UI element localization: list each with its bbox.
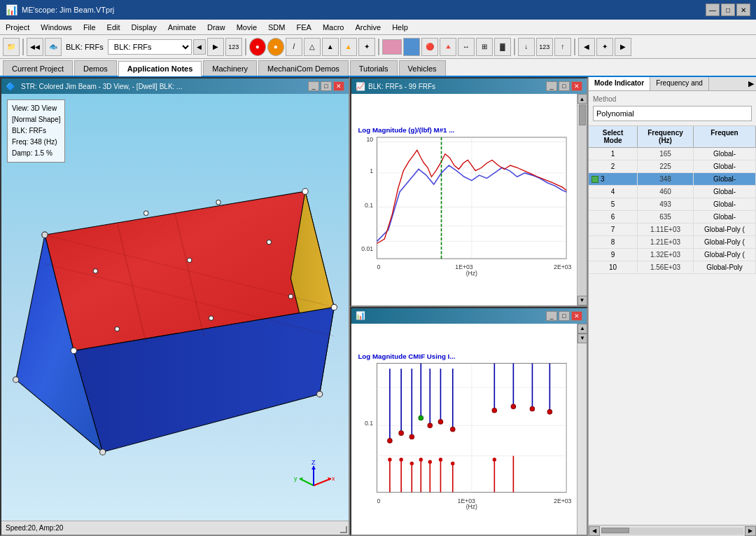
mode-scroll-thumb[interactable] [601,528,629,533]
mode-scroll-left[interactable]: ◀ [589,526,600,536]
toolbar-grid-button[interactable]: ⊞ [476,38,493,56]
tab-current-project[interactable]: Current Project [3,60,73,76]
dropdown-arrow[interactable]: ◀ [193,39,206,55]
mode-th-frequency: Frequency(Hz) [638,126,694,147]
menu-item-draw[interactable]: Draw [202,20,231,34]
mode-row-5[interactable]: 5 493 Global- [589,198,756,211]
close-button[interactable]: ✕ [736,4,750,16]
toolbar-fish-button[interactable]: 🐟 [45,38,62,56]
menu-item-help[interactable]: Help [386,20,414,34]
toolbar-anim2-button[interactable]: 🔴 [421,38,438,56]
toolbar-pink-button[interactable] [382,39,402,55]
str-panel-maximize[interactable]: □ [321,81,332,91]
toolbar-play-button[interactable]: ▶ [207,38,224,56]
toolbar-orange-button[interactable]: ● [267,38,284,56]
mode-tab-frequency[interactable]: Frequency and [650,77,709,90]
mode-row-7[interactable]: 7 1.11E+03 Global-Poly ( [589,224,756,236]
svg-point-10 [93,269,97,273]
toolbar-triangle2-button[interactable]: ▲ [322,38,339,56]
mode-tab-arrow[interactable]: ▶ [746,77,756,90]
main-area: 🔷 STR: Colored Jim Beam - 3D View, - [Dw… [0,77,756,536]
menu-item-sdm[interactable]: SDM [262,20,290,34]
toolbar-label: BLK: FRFs [66,43,104,51]
toolbar-animate-button[interactable]: ✦ [358,38,375,56]
blk-dropdown[interactable]: BLK: FRFs [108,39,192,55]
menu-item-windows[interactable]: Windows [35,20,78,34]
menu-item-animate[interactable]: Animate [162,20,202,34]
mode-method-6: Global- [694,211,756,223]
menu-item-edit[interactable]: Edit [102,20,126,34]
svg-point-62 [399,430,403,434]
str-panel-minimize[interactable]: _ [308,81,319,91]
toolbar-open-button[interactable]: 📁 [3,38,20,56]
frf-scroll-down[interactable]: ▼ [578,296,587,305]
menu-item-display[interactable]: Display [126,20,162,34]
frf-panel-maximize[interactable]: □ [559,81,570,91]
frf-panel-close[interactable]: ✕ [571,81,582,91]
cmif-panel-titlebar: 📊 _ □ ✕ [351,308,587,324]
toolbar-cursor-button[interactable]: 🔺 [440,38,456,56]
tab-vehicles[interactable]: Vehicles [399,60,446,76]
cmif-panel-close[interactable]: ✕ [571,311,582,321]
cmif-chart-svg: Log Magnitude CMIF Using I... 0.1 [354,327,574,532]
toolbar-down-arrow-button[interactable]: ↓ [518,38,535,56]
tab-application-notes[interactable]: Application Notes [118,61,202,76]
maximize-button[interactable]: □ [721,4,735,16]
window-title: ME'scope: Jim Beam.VTprj [22,6,114,14]
frf-panel-minimize[interactable]: _ [546,81,557,91]
str-panel-title: STR: Colored Jim Beam - 3D View, - [Dwel… [21,83,182,90]
toolbar-left-nav-button[interactable]: ◀ [578,38,595,56]
menu-item-archive[interactable]: Archive [349,20,386,34]
toolbar-bars-button[interactable]: ▓ [494,38,511,56]
toolbar-right-nav-button[interactable]: ▶ [615,38,631,56]
minimize-button[interactable]: — [706,4,720,16]
svg-marker-32 [312,466,316,469]
mode-num-4: 4 [589,186,638,198]
mode-3-indicator [592,176,598,183]
svg-text:0: 0 [377,263,380,270]
frf-scroll-thumb[interactable] [579,104,586,125]
mode-row-8[interactable]: 8 1.21E+03 Global-Poly ( [589,236,756,249]
toolbar-triangle3-button[interactable]: ▲ [340,38,357,56]
cmif-panel-maximize[interactable]: □ [559,311,570,321]
cmif-scroll-down[interactable]: ▼ [578,334,587,343]
mode-tab-indicator[interactable]: Mode Indicator [589,77,650,90]
menu-item-file[interactable]: File [78,20,102,34]
cmif-panel-minimize[interactable]: _ [546,311,557,321]
toolbar-triangle1-button[interactable]: △ [304,38,321,56]
toolbar-line-button[interactable]: / [286,38,302,56]
tab-demos[interactable]: Demos [74,60,117,76]
frf-scrollbar[interactable]: ▲ ▼ [577,94,587,305]
mode-scroll-right[interactable]: ▶ [745,526,756,536]
tab-mechanicom-demos[interactable]: MechaniCom Demos [258,60,349,76]
toolbar-star-button[interactable]: ✦ [596,38,613,56]
mode-row-9[interactable]: 9 1.32E+03 Global-Poly ( [589,249,756,261]
mode-scroll-track [601,528,743,535]
tab-tutorials[interactable]: Tutorials [350,60,398,76]
menu-item-project[interactable]: Project [0,20,35,34]
menu-item-fea[interactable]: FEA [290,20,316,34]
str-panel-close[interactable]: ✕ [333,81,344,91]
tab-machinery[interactable]: Machinery [203,60,257,76]
toolbar-circle-button[interactable]: ● [249,38,266,56]
mode-row-3[interactable]: 3 348 Global- [589,173,756,186]
toolbar-arrows-button[interactable]: ↔ [458,38,475,56]
menu-item-macro[interactable]: Macro [317,20,350,34]
toolbar-back-button[interactable]: ◀◀ [27,38,43,56]
mode-freq-10: 1.56E+03 [638,261,694,273]
mode-tabs: Mode Indicator Frequency and ▶ [589,77,756,91]
toolbar-num2-button[interactable]: 123 [536,38,553,56]
str-panel-resize[interactable] [340,526,349,535]
mode-row-1[interactable]: 1 165 Global- [589,148,756,160]
frf-scroll-up[interactable]: ▲ [578,94,587,104]
toolbar-shape-button[interactable] [403,38,420,56]
svg-point-9 [216,200,220,205]
toolbar-up-arrow-button[interactable]: ↑ [554,38,571,56]
menu-item-movie[interactable]: Movie [231,20,262,34]
mode-row-4[interactable]: 4 460 Global- [589,186,756,198]
mode-row-2[interactable]: 2 225 Global- [589,160,756,173]
cmif-scroll-up[interactable]: ▲ [578,324,587,334]
mode-row-6[interactable]: 6 635 Global- [589,211,756,224]
toolbar-num-button[interactable]: 123 [225,38,242,56]
mode-row-10[interactable]: 10 1.56E+03 Global-Poly [589,261,756,274]
